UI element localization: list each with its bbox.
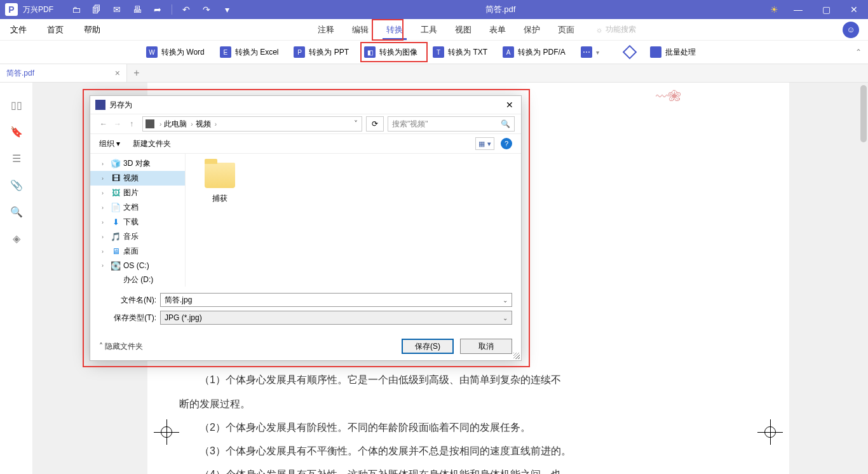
- save-as-dialog: 另存为 ✕ ← → ↑ › 此电脑 › 视频 › ˅ ⟳ 搜索"视频" 🔍 组织…: [90, 95, 522, 361]
- tab-convert[interactable]: 转换: [377, 19, 412, 40]
- scrollbar-thumb[interactable]: [860, 85, 867, 142]
- vertical-scrollbar[interactable]: [859, 83, 868, 474]
- hide-folders-toggle[interactable]: ˄ 隐藏文件夹: [99, 341, 143, 352]
- help-icon[interactable]: ?: [501, 138, 512, 149]
- tab-tools[interactable]: 工具: [412, 19, 446, 40]
- dialog-toolbar: 组织 ▾ 新建文件夹 ▦ ▾ ?: [90, 134, 521, 153]
- tab-protect[interactable]: 保护: [515, 19, 549, 40]
- dialog-search-input[interactable]: 搜索"视频" 🔍: [388, 116, 515, 132]
- tab-form[interactable]: 表单: [480, 19, 515, 40]
- convert-to-ppt-button[interactable]: P转换为 PPT: [294, 46, 349, 58]
- thumbnails-icon[interactable]: ▯▯: [10, 98, 24, 112]
- menu-file[interactable]: 文件: [0, 19, 37, 40]
- nav-back-icon[interactable]: ←: [97, 119, 111, 128]
- bookmark-icon[interactable]: 🔖: [10, 125, 24, 139]
- filetype-label: 保存类型(T):: [99, 313, 156, 323]
- filename-input[interactable]: 简答.jpg⌄: [160, 293, 512, 307]
- tree-item-downloads[interactable]: ›⬇下载: [90, 215, 185, 229]
- lightbulb-icon: ☼: [596, 25, 603, 34]
- batch-icon: [650, 46, 661, 58]
- tree-item-other[interactable]: 办公 (D:): [90, 273, 185, 287]
- menu-help[interactable]: 帮助: [74, 19, 111, 40]
- organize-button[interactable]: 组织 ▾: [99, 139, 120, 149]
- dialog-app-icon: [95, 100, 105, 110]
- filename-label: 文件名(N):: [99, 295, 156, 306]
- tree-item-3dobjects[interactable]: ›🧊3D 对象: [90, 156, 185, 171]
- refresh-icon[interactable]: ⟳: [366, 116, 384, 132]
- document-tab[interactable]: 简答.pdf ×: [0, 64, 127, 82]
- undo-icon[interactable]: ↶: [177, 1, 195, 18]
- dialog-titlebar: 另存为 ✕: [90, 96, 521, 114]
- location-icon: [146, 119, 154, 128]
- tree-item-documents[interactable]: ›📄文档: [90, 200, 185, 215]
- breadcrumb-dropdown-icon[interactable]: ˅: [354, 119, 358, 128]
- filetype-select[interactable]: JPG (*.jpg)⌄: [160, 311, 512, 325]
- tab-page[interactable]: 页面: [549, 19, 583, 40]
- chevron-down-icon[interactable]: ⌄: [503, 297, 508, 304]
- tree-item-osc[interactable]: ›💽OS (C:): [90, 259, 185, 273]
- function-search[interactable]: ☼ 功能搜索: [596, 24, 636, 35]
- doc-paragraph: 断的发展过程。: [179, 393, 757, 415]
- dropdown-icon[interactable]: ▾: [218, 1, 236, 18]
- chevron-down-icon[interactable]: ▾: [596, 49, 599, 56]
- chevron-down-icon[interactable]: ⌄: [503, 315, 508, 322]
- page-decoration: 〰❀: [656, 83, 681, 111]
- save-button[interactable]: 保存(S): [402, 339, 454, 354]
- close-window-icon[interactable]: ✕: [841, 1, 867, 18]
- word-icon: W: [146, 46, 158, 58]
- attachment-icon[interactable]: 📎: [10, 178, 24, 192]
- redo-icon[interactable]: ↷: [198, 1, 215, 18]
- folder-item[interactable]: 捕获: [194, 163, 245, 204]
- more-icon[interactable]: ⋯: [581, 46, 592, 58]
- user-avatar[interactable]: ☺: [843, 22, 859, 38]
- open-folder-icon[interactable]: 🗀: [67, 1, 85, 18]
- file-list[interactable]: 捕获: [186, 154, 521, 287]
- maximize-icon[interactable]: ▢: [813, 1, 839, 18]
- doc-paragraph: （1）个体身心发展具有顺序性。它是一个由低级到高级、由简单到复杂的连续不: [179, 369, 757, 391]
- ribbon-collapse-icon[interactable]: ⌃: [855, 48, 862, 57]
- convert-to-word-button[interactable]: W转换为 Word: [146, 46, 205, 58]
- tab-view[interactable]: 视图: [446, 19, 480, 40]
- tree-item-video[interactable]: ›🎞视频: [90, 171, 185, 186]
- convert-to-excel-button[interactable]: E转换为 Excel: [220, 46, 279, 58]
- save-icon[interactable]: 🗐: [88, 1, 105, 18]
- close-tab-icon[interactable]: ×: [115, 68, 120, 78]
- breadcrumb[interactable]: › 此电脑 › 视频 › ˅: [142, 116, 362, 132]
- document-tab-label: 简答.pdf: [6, 68, 34, 79]
- crumb-pc[interactable]: 此电脑: [164, 119, 187, 130]
- nav-forward-icon[interactable]: →: [111, 119, 125, 128]
- tree-item-desktop[interactable]: ›🖥桌面: [90, 244, 185, 259]
- tree-item-pictures[interactable]: ›🖼图片: [90, 186, 185, 200]
- resize-grip[interactable]: [513, 353, 520, 359]
- menu-home[interactable]: 首页: [37, 19, 74, 40]
- dialog-close-icon[interactable]: ✕: [503, 100, 516, 110]
- add-tab-button[interactable]: +: [127, 64, 146, 82]
- new-folder-button[interactable]: 新建文件夹: [133, 139, 171, 149]
- tab-edit[interactable]: 编辑: [343, 19, 377, 40]
- tab-annotate[interactable]: 注释: [309, 19, 343, 40]
- nav-up-icon[interactable]: ↑: [125, 119, 139, 128]
- ppt-icon: P: [294, 46, 305, 58]
- comments-icon[interactable]: ☰: [10, 151, 24, 165]
- print-icon[interactable]: 🖶: [128, 1, 146, 18]
- search-icon[interactable]: 🔍: [10, 205, 24, 219]
- view-mode-button[interactable]: ▦ ▾: [475, 137, 494, 150]
- convert-to-image-button[interactable]: ◧转换为图像: [364, 46, 417, 58]
- search-icon: 🔍: [501, 119, 510, 128]
- side-toolbar: ▯▯ 🔖 ☰ 📎 🔍 ◈ ▸: [0, 83, 33, 474]
- tree-item-music[interactable]: ›🎵音乐: [90, 229, 185, 244]
- shape-tool-icon[interactable]: [623, 45, 637, 60]
- minimize-icon[interactable]: —: [785, 1, 811, 18]
- cancel-button[interactable]: 取消: [460, 339, 512, 354]
- excel-icon: E: [220, 46, 231, 58]
- mail-icon[interactable]: ✉: [108, 1, 126, 18]
- layers-icon[interactable]: ◈: [10, 231, 24, 245]
- convert-to-pdfa-button[interactable]: A转换为 PDF/A: [503, 46, 566, 58]
- theme-icon[interactable]: ☀: [765, 1, 783, 18]
- crumb-video[interactable]: 视频: [196, 119, 211, 130]
- share-icon[interactable]: ➦: [149, 1, 166, 18]
- batch-process-button[interactable]: 批量处理: [650, 46, 696, 58]
- document-title: 简答.pdf: [237, 4, 764, 15]
- ribbon: W转换为 Word E转换为 Excel P转换为 PPT ◧转换为图像 T转换…: [0, 41, 868, 64]
- convert-to-txt-button[interactable]: T转换为 TXT: [433, 46, 487, 58]
